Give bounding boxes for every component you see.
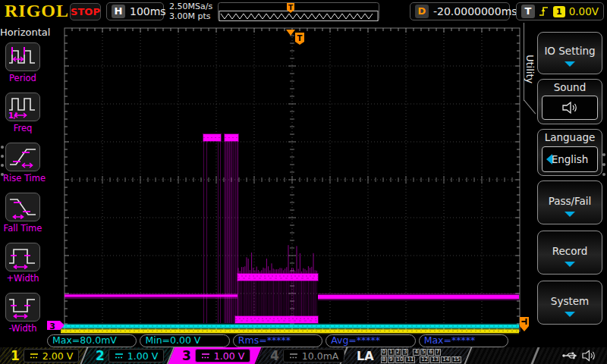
menu-item-pass-fail[interactable]: Pass/Fail (537, 180, 602, 224)
channel-4-chip[interactable]: 4 10.0mA (259, 347, 344, 364)
trigger-key: T (521, 5, 535, 18)
logic-analyzer-chip[interactable]: LA 0 1 2 3 4 5 6 7 8 9 (344, 347, 469, 364)
graticule (64, 28, 520, 331)
speaker-icon (561, 101, 578, 115)
ch1-trace (61, 328, 519, 334)
measurement-results-bar: Max=80.0mV Min=0.00 V Rms=***** Avg=****… (47, 334, 508, 347)
memory-position-indicator[interactable]: T (218, 2, 380, 22)
ch2-trace (61, 324, 519, 330)
measurement-sidebar: Horizontal Period 1/ Freq (0, 23, 46, 347)
chevron-down-icon (565, 61, 575, 67)
usb-icon (561, 350, 578, 361)
page-dot (1, 155, 4, 158)
coupling-dc-icon (115, 353, 124, 359)
chevron-down-icon (565, 212, 575, 217)
channel-1-chip[interactable]: 1 2.00 V (0, 347, 85, 364)
sidebar-item-period[interactable]: Period (3, 42, 42, 83)
coupling-dc-icon (201, 353, 210, 359)
svg-text:T: T (297, 34, 303, 42)
trigger-source-badge: 1 (553, 6, 565, 17)
sidebar-item-nwidth[interactable]: -Width (3, 293, 42, 334)
svg-text:3: 3 (49, 322, 55, 331)
sidebar-title: Horizontal (0, 27, 46, 38)
acquisition-info: 2.50MSa/s 3.00M pts (169, 2, 212, 21)
trigger-position-marker[interactable]: T (286, 30, 304, 45)
digital-channel-grid: 0 1 2 3 4 5 6 7 8 9 10 11 (381, 349, 461, 363)
menu-item-sound[interactable]: Sound (537, 79, 602, 124)
period-icon (8, 45, 38, 69)
menu-tab-utility[interactable]: Utility (524, 55, 536, 83)
sample-rate: 2.50MSa/s (169, 2, 212, 11)
coupling-dc-icon (30, 353, 39, 359)
coupling-dc-icon (289, 353, 298, 359)
horizontal-scale-value: 100ms (130, 5, 166, 17)
waveform-display: T3 (0, 0, 607, 364)
menu-item-io-setting[interactable]: IO Setting (537, 32, 602, 74)
run-stop-state[interactable]: STOP (70, 3, 101, 20)
page-dot (1, 146, 4, 149)
delay-box[interactable]: D -20.0000000ms (410, 2, 510, 20)
page-dot (602, 153, 605, 156)
menu-item-record[interactable]: Record (537, 231, 602, 275)
measurement-rms[interactable]: Rms=***** (233, 334, 322, 347)
page-dot (602, 163, 605, 166)
measurement-max[interactable]: Max=80.0mV (47, 334, 137, 347)
fall-time-icon (8, 195, 38, 219)
beeper-icon (581, 350, 596, 362)
brand-logo: RIGOL (5, 1, 69, 21)
sidebar-item-fall-time[interactable]: Fall Time (3, 193, 42, 234)
channel-2-chip[interactable]: 2 1.00 V (85, 347, 171, 364)
separator-slash (531, 347, 540, 364)
svg-text:T: T (288, 4, 294, 11)
chevron-down-icon (565, 262, 575, 267)
sidebar-item-rise-time[interactable]: Rise Time (3, 143, 42, 184)
horizontal-scale-box[interactable]: H 100ms (106, 2, 164, 20)
horizontal-key: H (112, 5, 125, 18)
utility-menu-panel: Utility IO Setting Sound Language Englis… (524, 23, 607, 347)
page-dot (602, 173, 605, 176)
ch3-ground-flag[interactable]: 3 (47, 321, 64, 331)
language-value: English (552, 153, 589, 165)
menu-item-language[interactable]: Language English (537, 129, 602, 176)
trigger-slope-icon (539, 5, 549, 17)
page-dot (1, 164, 4, 167)
sidebar-item-pwidth[interactable]: +Width (3, 243, 42, 284)
delay-key: D (415, 5, 429, 18)
trigger-level-value: 0.00V (569, 5, 599, 17)
menu-tab-border-diagonal (524, 99, 536, 114)
top-status-bar: RIGOL STOP H 100ms 2.50MSa/s 3.00M pts T… (0, 0, 607, 23)
freq-icon: 1/ (8, 95, 38, 119)
measurement-avg[interactable]: Avg=***** (326, 334, 415, 347)
page-dot (1, 173, 4, 176)
chevron-left-icon (546, 154, 552, 165)
measurement-min[interactable]: Min=0.00 V (140, 334, 229, 347)
channel-status-bar: 1 2.00 V 2 1.00 V (0, 347, 607, 364)
memory-depth: 3.00M pts (169, 11, 212, 21)
channel-3-chip-selected[interactable]: 3 1.00 V (171, 347, 259, 364)
menu-item-system[interactable]: System (537, 281, 602, 325)
measurement-max2[interactable]: Max=***** (419, 334, 508, 347)
chevron-down-icon (565, 312, 575, 317)
oscilloscope-screen: T3 RIGOL STOP H 100ms 2.50MSa/s 3.00M pt… (0, 0, 607, 364)
minus-width-icon (8, 295, 38, 319)
trigger-box[interactable]: T 1 0.00V (516, 2, 604, 20)
rise-time-icon (8, 145, 38, 169)
ch3-trace (64, 133, 519, 324)
sidebar-item-freq[interactable]: 1/ Freq (3, 93, 42, 133)
delay-value: -20.0000000ms (433, 5, 517, 17)
plus-width-icon (8, 245, 38, 269)
